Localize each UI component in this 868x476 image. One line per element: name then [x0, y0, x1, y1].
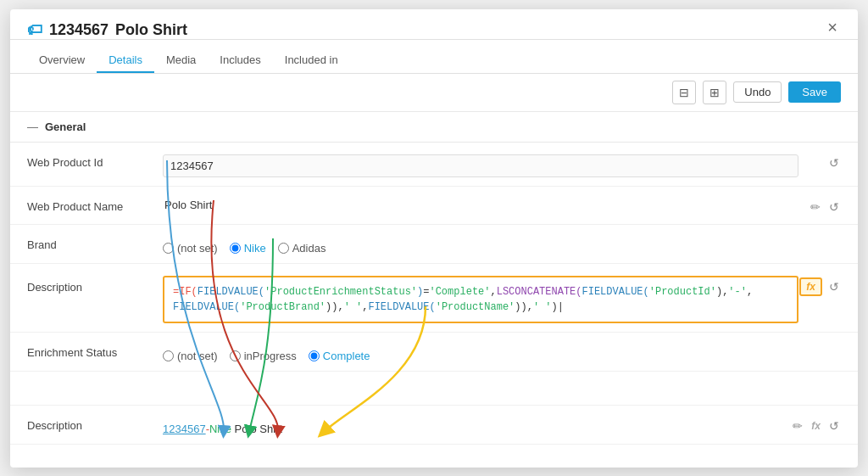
formula-box[interactable]: =IF(FIELDVALUE('ProductEnrichmentStatus'… [163, 276, 798, 323]
radio-enrichment-inprogress[interactable] [230, 350, 241, 361]
product-id: 1234567 [49, 21, 108, 39]
tab-details[interactable]: Details [97, 48, 154, 73]
enrichment-option-not-set[interactable]: (not set) [163, 350, 218, 362]
history-icon-web-product-id[interactable]: ↺ [827, 154, 841, 171]
field-row-brand: Brand (not set) Nike Adidas [10, 225, 858, 264]
modal-header: 🏷 1234567 Polo Shirt × [10, 9, 858, 40]
history-icon-description-result[interactable]: ↺ [827, 417, 841, 434]
value-web-product-name: Polo Shirt [163, 195, 798, 211]
history-icon-web-product-name[interactable]: ↺ [827, 199, 841, 216]
input-web-product-id[interactable] [163, 154, 798, 177]
value-enrichment-status: (not set) inProgress Complete [163, 341, 841, 362]
result-brand: Nike [209, 423, 231, 435]
tab-included-in[interactable]: Included in [273, 48, 350, 73]
actions-web-product-id: ↺ [798, 151, 841, 171]
text-web-product-name: Polo Shirt [163, 199, 212, 211]
label-description: Description [27, 272, 163, 294]
save-button[interactable]: Save [788, 81, 841, 103]
undo-button[interactable]: Undo [733, 81, 782, 103]
edit-icon-description-result[interactable]: ✏ [791, 417, 804, 434]
field-row-enrichment-status: Enrichment Status (not set) inProgress C… [10, 333, 858, 372]
modal-container: 🏷 1234567 Polo Shirt × Overview Details … [10, 9, 858, 468]
field-row-web-product-name: Web Product Name Polo Shirt ✏ ↺ [10, 187, 858, 225]
tabs-container: Overview Details Media Includes Included… [10, 48, 858, 74]
toolbar: ⊟ ⊞ Undo Save [10, 74, 858, 112]
value-web-product-id [163, 151, 798, 177]
tag-icon: 🏷 [27, 21, 42, 39]
tab-includes[interactable]: Includes [208, 48, 272, 73]
enrichment-option-inprogress[interactable]: inProgress [230, 350, 297, 362]
radio-not-set[interactable] [163, 243, 174, 254]
brand-option-nike[interactable]: Nike [230, 242, 266, 255]
modal-title: 🏷 1234567 Polo Shirt [27, 21, 824, 39]
tab-media[interactable]: Media [154, 48, 208, 73]
section-title: General [45, 120, 86, 133]
history-icon-description[interactable]: ↺ [827, 278, 841, 295]
formula-if: =IF( [173, 286, 198, 298]
brand-radio-group: (not set) Nike Adidas [163, 237, 841, 255]
value-description: =IF(FIELDVALUE('ProductEnrichmentStatus'… [163, 272, 798, 323]
radio-adidas[interactable] [278, 243, 289, 254]
tab-overview[interactable]: Overview [27, 48, 97, 73]
actions-web-product-name: ✏ ↺ [798, 195, 841, 216]
section-general: — General [10, 112, 858, 143]
result-product-id[interactable]: 1234567 [163, 423, 206, 435]
label-description-result: Description [27, 414, 163, 432]
description-result: 1234567 - Nike Polo Shirt [163, 417, 791, 435]
radio-nike[interactable] [230, 243, 241, 254]
radio-enrichment-complete[interactable] [309, 350, 320, 361]
field-row-description-result: Description 1234567 - Nike Polo Shirt ✏ … [10, 406, 858, 445]
label-web-product-name: Web Product Name [27, 195, 163, 213]
radio-enrichment-not-set[interactable] [163, 350, 174, 361]
collapse-button[interactable]: ⊟ [672, 81, 696, 104]
edit-icon-web-product-name[interactable]: ✏ [809, 199, 822, 216]
brand-option-not-set[interactable]: (not set) [163, 242, 218, 255]
actions-description-result: ✏ fx ↺ [791, 414, 841, 434]
enrichment-radio-group: (not set) inProgress Complete [163, 344, 841, 362]
formula-fieldvalue-1: FIELDVALUE( [198, 286, 264, 298]
label-enrichment-status: Enrichment Status [27, 341, 163, 359]
formula-string-1: 'ProductEnrichmentStatus' [264, 286, 417, 298]
close-button[interactable]: × [824, 18, 841, 37]
value-description-result: 1234567 - Nike Polo Shirt [163, 414, 791, 435]
result-polo-shirt: Polo Shirt [235, 423, 282, 435]
field-row-web-product-id: Web Product Id ↺ [10, 143, 858, 187]
fx-button-description[interactable]: fx [799, 277, 822, 296]
label-brand: Brand [27, 233, 163, 251]
expand-button[interactable]: ⊞ [703, 81, 726, 104]
field-row-description: Description =IF(FIELDVALUE('ProductEnric… [10, 264, 858, 333]
value-brand: (not set) Nike Adidas [163, 233, 841, 255]
enrichment-option-complete[interactable]: Complete [309, 350, 370, 362]
spacer-row [10, 372, 858, 406]
actions-description: fx ↺ [798, 272, 841, 296]
label-web-product-id: Web Product Id [27, 151, 163, 169]
brand-option-adidas[interactable]: Adidas [278, 242, 326, 255]
product-name: Polo Shirt [115, 21, 187, 39]
fx-icon-description-result[interactable]: fx [810, 418, 822, 434]
